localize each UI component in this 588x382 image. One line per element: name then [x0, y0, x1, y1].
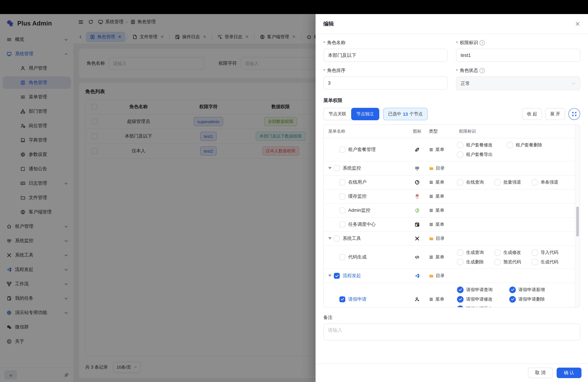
- modal-overlay[interactable]: [0, 14, 315, 382]
- monitor-dark-icon: [415, 166, 420, 171]
- permission-option[interactable]: 生成修改: [494, 249, 531, 256]
- tree-node-checkbox[interactable]: [339, 147, 345, 153]
- permission-checkbox[interactable]: [457, 151, 463, 158]
- permission-checkbox[interactable]: [531, 259, 538, 265]
- permission-option[interactable]: 在线查询: [457, 179, 494, 186]
- permission-checkbox[interactable]: [457, 305, 463, 307]
- role-name-input[interactable]: [323, 49, 447, 62]
- permission-label: 请假申请删除: [518, 296, 545, 302]
- permission-checkbox[interactable]: [494, 259, 501, 265]
- tree-node-checkbox[interactable]: [334, 236, 340, 241]
- permission-option[interactable]: 批量强退: [494, 179, 531, 186]
- folder-icon: [429, 166, 434, 171]
- permission-checkbox[interactable]: [457, 249, 463, 256]
- permission-checkbox[interactable]: [507, 142, 513, 148]
- collapse-all-button[interactable]: 收 起: [522, 108, 542, 120]
- tree-node-checkbox[interactable]: [339, 208, 345, 213]
- tree-node-checkbox[interactable]: [334, 273, 340, 279]
- node-type-label: 菜单: [436, 254, 444, 260]
- tree-row[interactable]: 系统监控目录: [324, 161, 575, 175]
- perm-key-input[interactable]: [456, 49, 580, 62]
- permission-label: 生成代码: [541, 259, 558, 265]
- permission-option[interactable]: 请假申请删除: [509, 296, 562, 302]
- permission-checkbox[interactable]: [509, 296, 516, 302]
- permission-option[interactable]: 生成代码: [531, 259, 569, 265]
- tree-node-checkbox[interactable]: [339, 254, 345, 260]
- help-icon[interactable]: ?: [480, 40, 485, 45]
- tree-scrollbar-track[interactable]: [575, 125, 580, 307]
- tree-node-label: 租户套餐管理: [348, 147, 376, 153]
- permission-option[interactable]: 租户套餐删除: [507, 142, 556, 148]
- tree-row[interactable]: 代码生成菜单生成查询生成修改导入代码生成删除预览代码生成代码: [324, 246, 575, 269]
- help-icon[interactable]: ?: [480, 68, 485, 73]
- permission-option[interactable]: 租户套餐修改: [457, 142, 507, 148]
- folder-icon: [429, 236, 434, 241]
- role-sort-input[interactable]: [323, 76, 447, 89]
- code-icon: [415, 255, 420, 260]
- permission-option[interactable]: 请假申请导出: [457, 305, 509, 307]
- permission-checkbox[interactable]: [531, 179, 538, 186]
- tree-node-label: 代码生成: [348, 254, 367, 260]
- node-mode-option[interactable]: 节点关联: [323, 108, 351, 120]
- close-icon[interactable]: ✕: [575, 21, 580, 27]
- svg-text:redis: redis: [416, 198, 419, 199]
- tree-column-header: 图标: [405, 128, 429, 134]
- required-mark: *: [456, 68, 458, 73]
- permission-checkbox[interactable]: [457, 179, 463, 186]
- fullscreen-button[interactable]: [568, 108, 580, 120]
- caret-down-icon[interactable]: [328, 237, 332, 241]
- tree-node-checkbox[interactable]: [339, 296, 345, 302]
- confirm-button[interactable]: 确 认: [557, 368, 582, 378]
- permission-checkbox[interactable]: [457, 259, 463, 265]
- permission-checkbox[interactable]: [457, 296, 463, 302]
- tree-row[interactable]: 缓存监控redis菜单: [324, 190, 575, 204]
- tree-node-checkbox[interactable]: [339, 179, 345, 185]
- tree-node-label: 系统工具: [343, 236, 361, 241]
- selected-suffix: 个节点: [409, 111, 423, 117]
- caret-down-icon[interactable]: [328, 167, 332, 171]
- permission-option[interactable]: 导入代码: [531, 249, 569, 256]
- tree-node-checkbox[interactable]: [339, 193, 345, 199]
- permission-checkbox[interactable]: [457, 286, 463, 293]
- permission-option[interactable]: 生成查询: [457, 249, 494, 256]
- tree-row[interactable]: 任务调度中心菜单: [324, 218, 575, 232]
- permission-option[interactable]: 请假申请修改: [457, 296, 509, 302]
- permission-option[interactable]: 租户套餐导出: [457, 151, 507, 158]
- permission-option[interactable]: 请假申请查询: [457, 286, 509, 293]
- tree-node-checkbox[interactable]: [334, 165, 340, 171]
- menu-type-icon: [429, 255, 434, 259]
- compass-icon: [415, 180, 420, 185]
- node-mode-segmented: 节点关联节点独立: [323, 108, 379, 120]
- permission-option[interactable]: 预览代码: [494, 259, 531, 265]
- tree-scrollbar-thumb[interactable]: [576, 207, 579, 236]
- tree-row[interactable]: 租户套餐管理菜单租户套餐修改租户套餐删除租户套餐导出: [324, 138, 575, 161]
- leaf-icon: [415, 147, 420, 152]
- permission-checkbox[interactable]: [509, 286, 516, 293]
- note-textarea[interactable]: [323, 323, 580, 340]
- cancel-button[interactable]: 取 消: [528, 368, 553, 378]
- tree-row[interactable]: Admin监控spring菜单: [324, 204, 575, 218]
- menu-type-icon: [429, 180, 434, 185]
- expand-all-button[interactable]: 展 开: [545, 108, 565, 120]
- drawer-title: 编辑: [323, 21, 575, 27]
- permission-option[interactable]: 单条强退: [531, 179, 569, 186]
- tree-header-row: 菜单名称 图标 类型 权限标识: [324, 125, 575, 138]
- spring-icon: spring: [415, 208, 420, 213]
- tree-row[interactable]: 系统工具目录: [324, 232, 575, 246]
- permission-checkbox[interactable]: [494, 249, 501, 256]
- permission-option[interactable]: 生成删除: [457, 259, 494, 265]
- tree-row[interactable]: 在线用户菜单在线查询批量强退单条强退: [324, 175, 575, 190]
- permission-checkbox[interactable]: [494, 179, 501, 186]
- tree-column-header: 菜单名称: [324, 128, 405, 134]
- permission-checkbox[interactable]: [457, 142, 463, 148]
- node-mode-option[interactable]: 节点独立: [351, 108, 379, 120]
- tree-row[interactable]: 请假申请菜单请假申请查询请假申请新增请假申请修改请假申请删除请假申请导出: [324, 283, 575, 307]
- role-status-select[interactable]: 正常: [456, 76, 580, 90]
- tree-row[interactable]: 流程发起目录: [324, 269, 575, 283]
- permission-option[interactable]: 请假申请新增: [509, 286, 562, 293]
- permission-checkbox[interactable]: [531, 249, 538, 256]
- caret-down-icon[interactable]: [328, 275, 332, 278]
- node-type-label: 目录: [436, 273, 445, 279]
- select-value: 正常: [461, 80, 470, 86]
- tree-node-checkbox[interactable]: [339, 222, 345, 227]
